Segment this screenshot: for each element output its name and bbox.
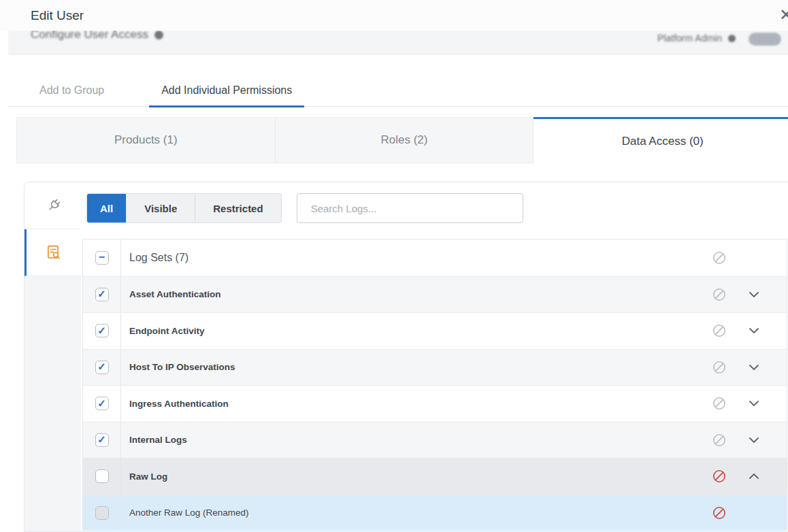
ban-cell [701,350,738,386]
dialog-header: Edit User ✕ [0,0,788,31]
row-checkbox[interactable]: ✓ − [95,324,109,337]
permission-sub-tabs: Products (1) Roles (2) Data Access (0) [16,117,788,163]
ban-cell [701,277,738,313]
sidebar-tab-log-search[interactable] [24,229,81,276]
row-label: Raw Log [129,471,167,482]
chevron-down-icon[interactable] [749,364,759,371]
platform-admin-label: Platform Admin [657,31,722,46]
chevron-cell [738,277,770,313]
chevron-down-icon[interactable] [749,437,759,444]
check-icon: ✓ [97,398,106,408]
label-cell: Another Raw Log (Renamed) [121,495,701,531]
filter-visible-button[interactable]: Visible [126,194,195,222]
ban-cell [701,422,738,459]
table-row: ✓ − Asset Authentication [83,276,787,313]
chevron-down-icon[interactable] [749,327,759,334]
row-checkbox[interactable]: ✓ − [95,251,109,265]
restrict-icon[interactable] [712,288,726,301]
check-icon: ✓ [97,361,106,371]
checkbox-cell: ✓ − [83,422,121,459]
label-cell: Asset Authentication [121,277,701,313]
table-row: ✓ − Raw Log [83,458,787,495]
sidebar-tab-connections[interactable] [24,182,81,229]
checkbox-cell: ✓ − [83,313,121,349]
row-label: Endpoint Activity [129,326,205,336]
chevron-up-icon[interactable] [749,473,759,480]
scrolled-section-band: Configure User Access Platform Admin [8,31,788,55]
info-icon [154,31,163,39]
chevron-cell [738,350,770,386]
row-checkbox[interactable]: ✓ − [95,288,109,301]
tab-data-access[interactable]: Data Access (0) [533,117,788,163]
table-row: ✓ − Another Raw Log (Renamed) [83,495,787,531]
indeterminate-icon: − [99,251,105,262]
configure-user-access-label: Configure User Access [31,31,148,45]
row-checkbox[interactable]: ✓ − [95,397,109,410]
ban-cell [701,386,738,422]
chevron-cell [738,422,770,459]
restrict-icon[interactable] [712,506,726,520]
close-icon[interactable]: ✕ [779,7,788,23]
row-checkbox[interactable]: ✓ − [95,433,109,447]
dialog-title: Edit User [31,8,84,23]
configure-user-access-heading: Configure User Access [31,31,163,45]
main-tab-bar: Add to Group Add Individual Permissions [8,75,788,107]
table-row: ✓ − Host To IP Observations [83,349,787,386]
restrict-icon[interactable] [712,469,726,483]
chevron-down-icon[interactable] [749,400,759,407]
check-icon: ✓ [97,434,106,444]
ban-cell [701,495,738,531]
platform-admin-toggle[interactable] [749,33,781,46]
icon-strip-filler [24,276,81,531]
label-cell: Host To IP Observations [121,350,701,386]
filter-row: All Visible Restricted [86,193,788,223]
chevron-cell [738,459,770,495]
filter-restricted-button[interactable]: Restricted [195,194,280,222]
info-icon [728,35,736,42]
label-cell: Endpoint Activity [121,313,701,349]
checkbox-cell: ✓ − [83,459,121,495]
chevron-cell [738,495,770,531]
row-label: Another Raw Log (Renamed) [129,508,249,518]
row-checkbox[interactable]: ✓ − [95,469,109,483]
tab-products[interactable]: Products (1) [16,117,276,163]
visibility-filter: All Visible Restricted [86,193,282,223]
plug-icon [45,197,63,214]
restrict-icon[interactable] [712,324,726,337]
restrict-icon[interactable] [712,251,726,265]
label-cell: Ingress Authentication [121,386,701,422]
table-row: ✓ − Endpoint Activity [83,312,787,349]
checkbox-cell: ✓ − [83,386,121,422]
restrict-icon[interactable] [712,361,726,374]
data-access-panel: All Visible Restricted ✓ − Log Sets (7) [24,182,788,532]
tab-add-to-group[interactable]: Add to Group [27,75,116,107]
tab-roles[interactable]: Roles (2) [276,117,534,163]
check-icon: ✓ [97,288,106,299]
restrict-icon[interactable] [712,397,726,410]
checkbox-cell: ✓ − [83,350,121,386]
table-row: ✓ − Ingress Authentication [83,385,787,422]
log-search-icon [45,244,63,261]
row-checkbox[interactable]: ✓ − [95,506,109,520]
label-cell: Raw Log [121,459,701,495]
chevron-cell [738,313,770,349]
table-row: ✓ − Log Sets (7) [83,239,787,276]
ban-cell [701,313,738,349]
filter-all-button[interactable]: All [86,193,127,223]
checkbox-cell: ✓ − [83,277,121,313]
chevron-down-icon[interactable] [749,291,759,298]
label-cell: Log Sets (7) [121,239,701,276]
search-logs-input[interactable] [297,193,523,223]
chevron-cell [738,239,770,276]
row-checkbox[interactable]: ✓ − [95,361,109,374]
log-sets-table: ✓ − Log Sets (7) ✓ − Asset Authenti [82,239,787,531]
restrict-icon[interactable] [712,433,726,447]
row-label: Host To IP Observations [129,362,235,372]
tab-add-individual-permissions[interactable]: Add Individual Permissions [149,75,304,107]
edit-user-dialog: Edit User ✕ Configure User Access Platfo… [0,0,788,532]
data-source-icon-strip [24,182,81,531]
log-access-content: All Visible Restricted ✓ − Log Sets (7) [81,182,788,531]
label-cell: Internal Logs [121,422,701,459]
row-label: Internal Logs [129,435,187,445]
checkbox-cell: ✓ − [83,495,121,531]
